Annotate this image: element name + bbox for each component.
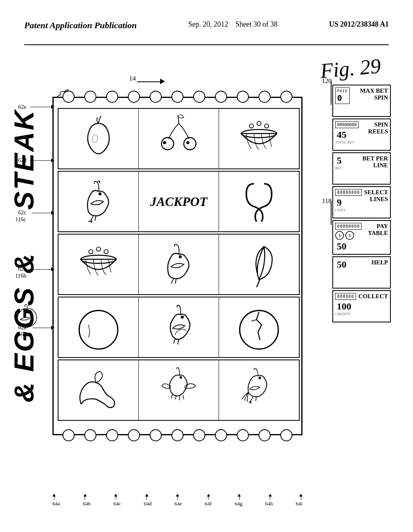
spin-display: 00000000 — [335, 121, 359, 128]
svg-point-3 — [163, 141, 166, 144]
ref-116b: 116b — [15, 273, 26, 279]
svg-point-7 — [249, 124, 253, 128]
total-bet-value: 45 — [335, 129, 359, 140]
select-lines-label: SELECTLINES — [364, 189, 388, 202]
ref-120: 120 — [322, 77, 332, 85]
reel-row-62c — [58, 234, 300, 295]
ref-62d: 62d — [18, 157, 27, 164]
lines-label: LINES — [335, 208, 362, 212]
paid-value: 0 — [337, 93, 348, 103]
ref-64d: 64d — [144, 501, 152, 507]
ref-62b-line — [32, 269, 52, 270]
svg-point-1 — [92, 135, 98, 143]
ref-64b: 64b — [83, 501, 91, 507]
pay-table-button[interactable]: 00000000 $ $ 50 PAYTABLE — [332, 220, 391, 255]
reel-cell-62d-1 — [58, 172, 139, 231]
ref-64f: 64f — [205, 501, 212, 507]
reel-row-62b — [58, 297, 300, 358]
reel-cell-62a-3 — [219, 360, 299, 420]
reel-cell-62e-2 — [139, 109, 219, 168]
bottom-circle-2 — [84, 429, 96, 441]
collect-value: 100 — [335, 301, 356, 312]
svg-point-9 — [265, 124, 269, 128]
top-circle-4 — [128, 91, 140, 103]
reel-cell-jackpot: JACKPOT — [139, 172, 219, 231]
bottom-circle-3 — [106, 429, 118, 441]
ref-14-arrow — [160, 79, 165, 84]
reel-cell-62b-1 — [58, 297, 139, 357]
svg-point-5 — [186, 141, 190, 144]
paid-label: PAID — [337, 89, 348, 93]
svg-point-10 — [98, 192, 102, 195]
ref-62d-arrow — [51, 158, 54, 162]
svg-point-13 — [96, 247, 100, 251]
svg-point-15 — [179, 255, 182, 258]
bet-per-line-button[interactable]: 5 BET BET PERLINE — [332, 152, 391, 185]
svg-point-14 — [104, 250, 108, 254]
ref-62b: 62b — [18, 266, 27, 272]
ref-120-line — [331, 81, 332, 105]
reel-row-62d: JACKPOT — [58, 171, 300, 232]
slot-machine-container: STEAK & & EGGS — [52, 85, 327, 443]
svg-text:$: $ — [339, 233, 341, 238]
reel-cell-62d-3 — [219, 172, 299, 231]
bottom-circle-1 — [63, 429, 75, 441]
top-circle-7 — [193, 91, 205, 103]
paid-display: PAID 0 — [335, 87, 350, 104]
top-circle-9 — [237, 91, 249, 103]
ref-64i: 64i — [296, 501, 302, 507]
spin-reels-button[interactable]: 00000000 45 TOTAL BET SPINREELS — [332, 118, 391, 151]
page-header: Patent Application Publication Sep. 20, … — [0, 20, 413, 31]
reel-cell-62e-1 — [58, 109, 139, 168]
ref-118-line — [331, 201, 332, 225]
reel-cell-62c-3 — [219, 235, 299, 294]
game-title-eggs: & EGGS — [8, 286, 40, 403]
max-bet-spin-button[interactable]: PAID 0 MAX BETSPIN — [332, 85, 391, 117]
reel-cell-62e-3 — [219, 109, 299, 168]
bottom-circle-4 — [128, 429, 140, 441]
bottom-circle-10 — [259, 429, 271, 441]
svg-text:$: $ — [349, 233, 351, 238]
pay-table-label: PAYTABLE — [368, 223, 388, 236]
help-label: HELP — [371, 259, 388, 266]
svg-point-19 — [179, 376, 182, 378]
ref-64g: 64g — [234, 501, 242, 507]
ref-62c-line — [32, 213, 52, 213]
bottom-circle-6 — [171, 429, 184, 441]
max-bet-spin-label: MAX BETSPIN — [360, 87, 388, 101]
slot-frame: JACKPOT — [52, 97, 302, 435]
publication-number: US 2012/238348 A1 — [329, 20, 389, 29]
paytable-value: 50 — [335, 241, 362, 252]
ref-64e: 64e — [174, 501, 182, 507]
select-lines-button[interactable]: 00000000 9 LINES SELECTLINES — [332, 186, 391, 218]
top-circle-10 — [259, 91, 271, 103]
ref-118: 118 — [322, 197, 332, 205]
help-button[interactable]: 50 HELP — [332, 256, 391, 289]
collect-button[interactable]: 000000 100 CREDITS COLLECT — [332, 290, 391, 322]
credits-label: CREDITS — [335, 312, 356, 316]
publication-title: Patent Application Publication — [24, 20, 137, 31]
ref-116c: 116c — [15, 216, 26, 223]
bottom-arrows — [52, 494, 302, 500]
help-value: 50 — [335, 259, 346, 270]
total-bet-label: TOTAL BET — [335, 140, 359, 144]
reel-cell-62c-1 — [58, 235, 139, 294]
collect-label: COLLECT — [359, 293, 388, 300]
ref-64h: 64h — [265, 501, 273, 507]
svg-point-17 — [181, 316, 184, 319]
bird-decoration-bottom — [12, 304, 40, 330]
control-panel: PAID 0 MAX BETSPIN 00000000 45 TOTAL BET… — [332, 85, 391, 322]
ref-64a: 64a — [52, 501, 60, 507]
reel-cell-62a-2 — [139, 360, 219, 420]
jackpot-text: JACKPOT — [150, 194, 207, 209]
lines-display: 00000000 — [335, 189, 362, 196]
ref-14-label: 14 — [129, 75, 136, 83]
reel-cell-62b-3 — [219, 297, 299, 357]
top-circle-6 — [171, 91, 184, 103]
top-circle-5 — [150, 91, 162, 103]
bottom-circles — [58, 429, 297, 441]
bet-label: BET — [335, 166, 342, 170]
top-circle-11 — [280, 91, 292, 103]
top-circle-8 — [215, 91, 227, 103]
reel-row-62e — [58, 108, 300, 169]
